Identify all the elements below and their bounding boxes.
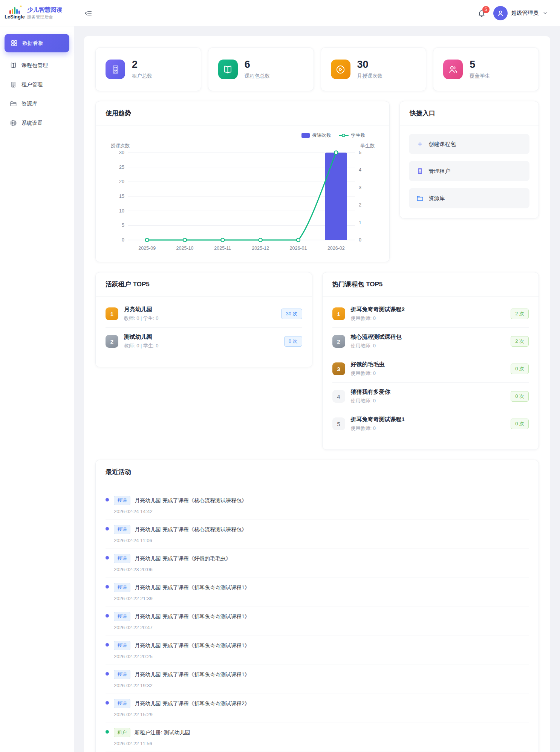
- user-name: 超级管理员: [511, 9, 539, 17]
- active-tenants-card: 活跃租户 TOP5 1月亮幼儿园教师: 0 | 学生: 030 次2测试幼儿园教…: [95, 272, 312, 367]
- rank-sub: 使用教师: 0: [351, 370, 505, 377]
- rank-info: 测试幼儿园教师: 0 | 学生: 0: [124, 333, 278, 349]
- svg-text:2025-09: 2025-09: [138, 246, 156, 251]
- activity-line: 租户新租户注册: 测试幼儿园: [114, 728, 190, 737]
- activity-line: 授课月亮幼儿园 完成了课程《核心流程测试课程包》: [114, 496, 247, 505]
- activity-line: 授课月亮幼儿园 完成了课程《核心流程测试课程包》: [114, 525, 247, 534]
- sidebar-item-label: 课程包管理: [21, 62, 48, 69]
- list-item: 5折耳兔奇奇测试课程1使用教师: 00 次: [332, 410, 529, 437]
- activity-tag: 授课: [114, 583, 130, 592]
- stat-label: 覆盖学生: [470, 73, 490, 79]
- quick-entry-title: 快捷入口: [400, 101, 539, 125]
- sidebar: ✦ LeSingle 少儿智慧阅读 服务管理后台 数据看板课程包管理租户管理资源…: [0, 0, 74, 752]
- sidebar-item-tenants[interactable]: 租户管理: [0, 75, 74, 94]
- logo-text: LeSingle: [5, 14, 25, 20]
- svg-text:2025-11: 2025-11: [214, 246, 231, 251]
- list-item: 2测试幼儿园教师: 0 | 学生: 00 次: [106, 328, 302, 355]
- activity-dot: [106, 701, 109, 705]
- activity-time: 2026-02-22 15:29: [114, 712, 250, 717]
- collapse-sidebar-icon[interactable]: [84, 9, 92, 17]
- quick-entry-label: 创建课程包: [428, 141, 456, 148]
- rank-info: 猜猜我有多爱你使用教师: 0: [351, 388, 505, 404]
- sidebar-item-resources[interactable]: 资源库: [0, 95, 74, 113]
- quick-entry-label: 资源库: [428, 195, 445, 202]
- activity-line: 授课月亮幼儿园 完成了课程《折耳兔奇奇测试课程1》: [114, 612, 250, 621]
- sidebar-item-dashboard[interactable]: 数据看板: [5, 34, 69, 52]
- book-icon: [223, 64, 233, 75]
- quick-entry-label: 管理租户: [428, 168, 450, 175]
- stat-label: 课程包总数: [245, 73, 270, 79]
- stat-card: 5覆盖学生: [433, 47, 539, 91]
- activity-time: 2026-02-24 11:06: [114, 538, 247, 543]
- activity-dot: [106, 614, 109, 617]
- main-content: 2租户总数6课程包总数30月授课次数5覆盖学生 使用趋势 授课次数学生数 051…: [74, 26, 560, 752]
- activity-text: 月亮幼儿园 完成了课程《折耳兔奇奇测试课程1》: [135, 584, 250, 591]
- sidebar-item-label: 数据看板: [22, 40, 43, 47]
- activity-dot: [106, 643, 109, 647]
- activity-body: 授课月亮幼儿园 完成了课程《折耳兔奇奇测试课程1》2026-02-22 20:4…: [114, 612, 250, 630]
- rank-sub: 使用教师: 0: [351, 397, 505, 404]
- rank-sub: 使用教师: 0: [351, 425, 505, 432]
- count-badge: 0 次: [511, 419, 529, 429]
- legend-item: 学生数: [339, 132, 366, 139]
- list-item: 4猜猜我有多爱你使用教师: 00 次: [332, 383, 529, 410]
- svg-text:10: 10: [119, 208, 124, 214]
- svg-text:2026-02: 2026-02: [327, 246, 345, 251]
- stat-value: 2: [132, 59, 152, 70]
- avatar: [493, 6, 508, 20]
- quick-entry-resources[interactable]: 资源库: [409, 188, 529, 208]
- activity-body: 授课月亮幼儿园 完成了课程《核心流程测试课程包》2026-02-24 14:42: [114, 496, 247, 514]
- activity-dot: [106, 672, 109, 676]
- recent-activity-card: 最近活动 授课月亮幼儿园 完成了课程《核心流程测试课程包》2026-02-24 …: [95, 460, 539, 752]
- svg-text:4: 4: [359, 167, 361, 173]
- activity-item: 授课月亮幼儿园 完成了课程《折耳兔奇奇测试课程1》2026-02-22 20:4…: [106, 607, 529, 636]
- svg-text:2026-01: 2026-01: [290, 246, 307, 251]
- rank-name: 猜猜我有多爱你: [351, 388, 505, 396]
- user-icon: [496, 9, 505, 17]
- book-icon: [10, 62, 17, 69]
- rank-badge: 1: [106, 307, 118, 320]
- stats-row: 2租户总数6课程包总数30月授课次数5覆盖学生: [95, 47, 539, 91]
- user-menu[interactable]: 超级管理员: [493, 6, 548, 20]
- svg-text:5: 5: [122, 223, 124, 228]
- sidebar-item-settings[interactable]: 系统设置: [0, 114, 74, 132]
- activity-time: 2026-02-22 21:39: [114, 596, 250, 601]
- svg-text:0: 0: [359, 237, 361, 243]
- recent-activity-list: 授课月亮幼儿园 完成了课程《核心流程测试课程包》2026-02-24 14:42…: [96, 484, 539, 752]
- activity-text: 月亮幼儿园 完成了课程《折耳兔奇奇测试课程1》: [135, 613, 250, 620]
- rank-name: 核心流程测试课程包: [351, 333, 505, 341]
- svg-text:2: 2: [359, 202, 361, 208]
- gear-icon: [10, 119, 17, 127]
- stat-info: 6课程包总数: [245, 59, 270, 79]
- brand-logo: ✦ LeSingle 少儿智慧阅读 服务管理后台: [0, 0, 74, 26]
- activity-body: 授课月亮幼儿园 完成了课程《好饿的毛毛虫》2026-02-23 20:06: [114, 554, 231, 572]
- play-circle-icon: [335, 64, 346, 75]
- activity-dot: [106, 527, 109, 530]
- rank-badge: 2: [332, 335, 345, 348]
- activity-line: 授课月亮幼儿园 完成了课程《折耳兔奇奇测试课程1》: [114, 670, 250, 679]
- activity-text: 月亮幼儿园 完成了课程《核心流程测试课程包》: [135, 497, 247, 504]
- users-icon: [448, 64, 458, 75]
- activity-time: 2026-02-24 14:42: [114, 509, 247, 514]
- rank-info: 折耳兔奇奇测试课程1使用教师: 0: [351, 416, 505, 432]
- svg-text:2025-10: 2025-10: [176, 246, 194, 251]
- stat-info: 5覆盖学生: [470, 59, 490, 79]
- svg-text:3: 3: [359, 185, 361, 190]
- quick-entry-manage-tenants[interactable]: 管理租户: [409, 161, 529, 181]
- quick-entry-card: 快捷入口 创建课程包管理租户资源库: [399, 101, 539, 219]
- stat-info: 2租户总数: [132, 59, 152, 79]
- stat-icon-box: [331, 60, 350, 79]
- list-item: 1折耳兔奇奇测试课程2使用教师: 02 次: [332, 300, 529, 328]
- count-badge: 0 次: [511, 391, 529, 402]
- stat-card: 6课程包总数: [208, 47, 314, 91]
- sidebar-item-course-packages[interactable]: 课程包管理: [0, 56, 74, 75]
- activity-item: 授课月亮幼儿园 完成了课程《折耳兔奇奇测试课程1》2026-02-22 20:2…: [106, 636, 529, 665]
- chart-legend: 授课次数学生数: [104, 131, 381, 139]
- activity-item: 授课月亮幼儿园 完成了课程《折耳兔奇奇测试课程1》2026-02-22 19:3…: [106, 665, 529, 694]
- stat-value: 30: [357, 59, 383, 70]
- rank-badge: 1: [332, 307, 345, 320]
- quick-entry-create-course-package[interactable]: 创建课程包: [409, 134, 529, 154]
- activity-item: 授课月亮幼儿园 完成了课程《核心流程测试课程包》2026-02-24 11:06: [106, 520, 529, 549]
- notifications-button[interactable]: 5: [477, 9, 486, 17]
- svg-text:1: 1: [359, 220, 361, 225]
